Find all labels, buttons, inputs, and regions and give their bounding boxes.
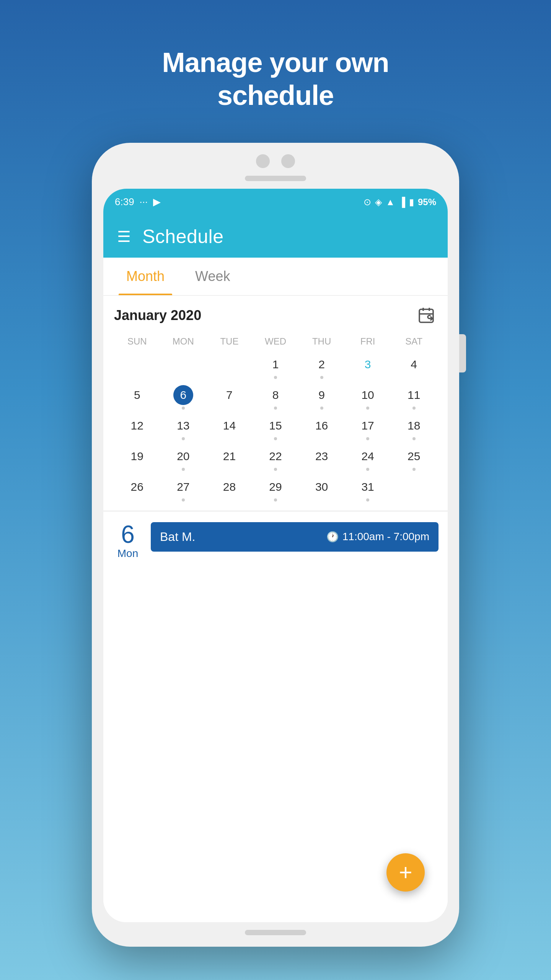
cal-cell[interactable]: 25 <box>391 444 437 474</box>
calendar-icon-btn[interactable] <box>416 305 437 326</box>
dow-header-sun: SUN <box>114 334 160 349</box>
cal-cell[interactable]: 21 <box>206 444 253 474</box>
cal-cell[interactable]: 7 <box>206 383 253 413</box>
calendar-header: January 2020 <box>114 305 437 326</box>
cal-cell[interactable]: 6 <box>160 383 207 413</box>
cal-day-number: 24 <box>358 446 378 466</box>
clock-icon: 🕐 <box>326 531 339 543</box>
dow-row: SUNMONTUEWEDTHUFRISAT <box>114 334 437 349</box>
cal-cell[interactable]: 26 <box>114 475 160 505</box>
vibrate-icon: ◈ <box>375 197 382 207</box>
cal-cell[interactable]: 1 <box>253 352 299 382</box>
fab-plus-icon: + <box>399 861 412 884</box>
hamburger-icon[interactable]: ☰ <box>117 229 131 244</box>
cal-grid: 1234567891011121314151617181920212223242… <box>114 352 437 505</box>
cal-cell[interactable]: 3 <box>345 352 391 382</box>
status-dots: ··· <box>140 196 148 208</box>
cal-cell[interactable]: 18 <box>391 413 437 443</box>
cal-cell[interactable]: 29 <box>253 475 299 505</box>
calendar-sync-icon <box>417 306 435 325</box>
cal-cell[interactable]: 9 <box>298 383 345 413</box>
cal-day-number: 22 <box>266 446 285 466</box>
cal-cell[interactable]: 12 <box>114 413 160 443</box>
cal-dot <box>320 407 323 410</box>
cal-day-number: 18 <box>404 416 424 436</box>
cal-day-number: 20 <box>173 446 193 466</box>
cal-day-number: 15 <box>266 416 285 436</box>
cal-day-number: 5 <box>127 385 147 405</box>
cal-day-number: 13 <box>173 416 193 436</box>
dow-header-mon: MON <box>160 334 207 349</box>
cal-cell[interactable]: 15 <box>253 413 299 443</box>
cal-cell[interactable]: 24 <box>345 444 391 474</box>
cal-day-number: 19 <box>127 446 147 466</box>
cal-cell[interactable]: 10 <box>345 383 391 413</box>
cal-dot <box>412 437 416 440</box>
cal-cell[interactable]: 16 <box>298 413 345 443</box>
schedule-day-row: 6 Mon Bat M. 🕐 11:00am - 7:00pm <box>103 511 448 567</box>
cal-cell[interactable]: 20 <box>160 444 207 474</box>
cal-cell[interactable]: 4 <box>391 352 437 382</box>
cal-cell[interactable]: 2 <box>298 352 345 382</box>
tabs-container: Month Week <box>103 258 448 296</box>
cal-day-number: 2 <box>312 354 332 374</box>
cal-dot <box>274 498 277 501</box>
signal-icon: ▐ <box>399 197 405 207</box>
phone-frame: 6:39 ··· ▶ ⊙ ◈ ▲ ▐ ▮ 95% ☰ Schedule Mont… <box>92 143 459 947</box>
cal-cell <box>206 352 253 382</box>
cal-cell <box>160 352 207 382</box>
cal-cell[interactable]: 5 <box>114 383 160 413</box>
cal-dot <box>366 498 369 501</box>
event-time: 11:00am - 7:00pm <box>342 531 429 543</box>
cal-dot <box>182 498 185 501</box>
cal-day-number: 31 <box>358 477 378 497</box>
tab-week-label: Week <box>195 268 230 284</box>
cal-cell[interactable]: 23 <box>298 444 345 474</box>
cal-day-number: 14 <box>219 416 239 436</box>
speaker-top <box>245 176 306 181</box>
cal-day-number: 11 <box>404 385 424 405</box>
dow-header-tue: TUE <box>206 334 253 349</box>
cal-cell[interactable]: 19 <box>114 444 160 474</box>
dow-header-sat: SAT <box>391 334 437 349</box>
cal-cell[interactable]: 22 <box>253 444 299 474</box>
cal-day-number: 26 <box>127 477 147 497</box>
event-time-wrapper: 🕐 11:00am - 7:00pm <box>326 531 429 543</box>
cal-day-number: 29 <box>266 477 285 497</box>
cal-cell[interactable]: 17 <box>345 413 391 443</box>
cal-day-number: 7 <box>219 385 239 405</box>
dow-header-fri: FRI <box>345 334 391 349</box>
cal-day-number: 27 <box>173 477 193 497</box>
cal-day-number: 8 <box>266 385 285 405</box>
cal-day-number: 16 <box>312 416 332 436</box>
cal-dot <box>274 437 277 440</box>
cal-day-number: 21 <box>219 446 239 466</box>
app-bar: ☰ Schedule <box>103 216 448 258</box>
day-number-big: 6 <box>121 522 135 547</box>
cal-dot <box>366 407 369 410</box>
tab-week[interactable]: Week <box>180 258 245 295</box>
cal-cell[interactable]: 8 <box>253 383 299 413</box>
cal-day-number: 9 <box>312 385 332 405</box>
cal-cell[interactable]: 31 <box>345 475 391 505</box>
cal-cell[interactable]: 30 <box>298 475 345 505</box>
cal-cell[interactable]: 27 <box>160 475 207 505</box>
app-bar-title: Schedule <box>142 225 224 248</box>
cal-cell[interactable]: 13 <box>160 413 207 443</box>
cal-cell[interactable]: 28 <box>206 475 253 505</box>
cal-dot <box>366 468 369 471</box>
calendar-section: January 2020 SUNMONTUEWEDTHUFRISAT 12345… <box>103 296 448 511</box>
event-block[interactable]: Bat M. 🕐 11:00am - 7:00pm <box>151 522 439 552</box>
cal-day-number: 4 <box>404 354 424 374</box>
tab-month[interactable]: Month <box>111 258 180 295</box>
cal-cell[interactable]: 11 <box>391 383 437 413</box>
cal-dot <box>182 437 185 440</box>
battery-icon: ▮ <box>409 197 414 207</box>
fab-button[interactable]: + <box>386 853 425 892</box>
cal-cell <box>391 475 437 505</box>
cal-cell[interactable]: 14 <box>206 413 253 443</box>
title-line1: Manage your own <box>162 47 389 78</box>
camera-left <box>256 154 270 168</box>
cal-dot <box>274 376 277 379</box>
status-right: ⊙ ◈ ▲ ▐ ▮ 95% <box>364 197 436 207</box>
